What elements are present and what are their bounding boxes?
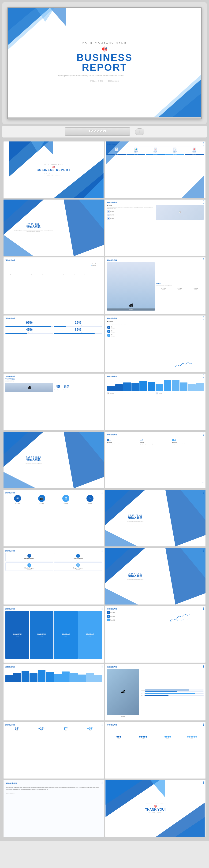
s17-col-2: 添加标题内容 内容描述 — [30, 611, 54, 659]
s15-item-1: ☁ Chapter Progress Synergistically — [5, 553, 53, 561]
slide-17-inner: 添加相关内容 添加标题内容 内容描述 添加标题内容 内容描述 添加标题内容 内容 — [3, 606, 104, 662]
s20-right: Series A Series B — [140, 669, 204, 717]
s4-content: 输入标题 Synergistically utilize technically… — [107, 205, 204, 220]
s24-brand: YOUR COMPANY NAME — [125, 803, 185, 805]
main-title: BUSINESS REPORT — [56, 53, 153, 72]
s16-part: PART TWO — [115, 572, 155, 574]
s18-items: ☁ 输入标题 ♦ 输入标题 ★ 输入标题 — [107, 611, 155, 624]
s12-dots — [203, 433, 204, 436]
s1-meta: 汇报人：千度图 时间 20XX.X — [24, 174, 84, 176]
s19-bars — [5, 669, 102, 682]
s18-line-chart — [156, 611, 204, 623]
s14-part: PART FOUR — [115, 514, 155, 516]
s21-t2: +25th 描述 — [30, 727, 53, 731]
slide-8: 添加相关内容 输入标题 Synergistically utilize tech… — [105, 315, 206, 372]
slide-row-10: 添加相关内容 — [3, 664, 206, 721]
s20-image: 🏙 — [107, 669, 139, 715]
slide-13-inner: 添加相关内容 ✉ 写入标题 📷 写入标题 🖼 写入标题 — [3, 490, 104, 547]
s8-items: ☁ 01输入标题内容 ♦ 02输入标题内容 ★ 03输入标题内容 — [107, 326, 204, 337]
slide-16: PART TWO 请输入标题 Synergistically utilize t… — [105, 548, 206, 605]
slide-3: PART ONE 请输入标题 Synergistically utilize t… — [3, 199, 104, 256]
toc-item-5: 🎯 标题文字 基础 PART FIVE — [185, 148, 204, 155]
slide-23-inner: 添加标题内容 Synergistically utilize technical… — [3, 780, 104, 837]
s9-image: 🏙 — [5, 383, 53, 392]
s19-dots — [102, 665, 102, 668]
s13-dots — [102, 491, 102, 494]
s5-chart: A B C D — [5, 262, 102, 276]
s3-desc: Synergistically utilize technically-soun… — [13, 229, 54, 232]
slide-3-inner: PART ONE 请输入标题 Synergistically utilize t… — [3, 199, 104, 256]
s20-h1: Series A — [140, 689, 204, 691]
s24-title: THANK YOU! — [125, 808, 185, 811]
s7-stat-3: 45% Actively marketing — [5, 328, 53, 334]
main-slide-content: YOUR COMPANY NAME 🎯 BUSINESS REPORT Syne… — [56, 42, 153, 83]
keyboard — [65, 127, 130, 135]
main-meta: 汇报人：千度图 时间 20XX.X — [56, 80, 153, 83]
s15-item-3: ★ Chapter Progress Synergistically — [5, 562, 53, 571]
s3-title: 请输入标题 — [13, 225, 54, 229]
s4-label: 添加相关内容 — [107, 202, 204, 204]
s11-content: PART THREE 请输入标题 Synergistically utilize… — [13, 456, 54, 464]
s8-label: 添加相关内容 — [107, 317, 204, 320]
s10-footer: 🏠 写入标题 ⚙ 写入标题 — [107, 392, 204, 395]
svg-marker-32 — [105, 530, 138, 547]
slide-4: 添加相关内容 输入标题 Synergistically utilize tech… — [105, 199, 206, 256]
s2-title: 目录/content — [107, 143, 204, 146]
slide-row-3: 添加相关内容 A B — [3, 257, 206, 314]
s15-grid: ☁ Chapter Progress Synergistically ♦ Cha… — [5, 553, 102, 571]
slide-1: YOUR COMPANY NAME 🎯 BUSINESS REPORT Syne… — [3, 141, 104, 198]
main-subtitle: Synergistically utilize technically-soun… — [56, 74, 126, 78]
slide-20-inner: 添加相关内容 🏙 输入标题 Series A — [105, 664, 206, 721]
s23-line: 添加文字描述内容...... — [6, 792, 101, 794]
s20-label: 添加相关内容 — [107, 666, 204, 668]
s24-meta: 汇报人：千度图 时间 20XX.X — [125, 812, 185, 813]
s21-t4: +25th 描述 — [79, 727, 102, 731]
slide-21-inner: 添加相关内容 15th 描述 +25th 描述 17th 描述 — [3, 722, 104, 778]
s9-num1: 48 Visual Expresses — [54, 384, 62, 391]
s24-time: 时间 20XX.X — [157, 812, 162, 813]
s6-dots — [203, 258, 204, 261]
s13-circle-2: 📷 写入标题 — [38, 495, 45, 504]
s13-circle-1: ✉ 写入标题 — [14, 495, 21, 504]
s12-item-1: 01 添加内容 Synergistically utilize technica… — [107, 437, 139, 444]
line-chart-svg — [163, 361, 204, 368]
page-wrapper: YOUR COMPANY NAME 🎯 BUSINESS REPORT Syne… — [0, 0, 209, 841]
svg-marker-27 — [3, 472, 36, 488]
main-slide: YOUR COMPANY NAME 🎯 BUSINESS REPORT Syne… — [8, 8, 201, 117]
s20-dots — [203, 665, 204, 668]
s18-label: 添加相关内容 — [107, 608, 204, 610]
s18-content: ☁ 输入标题 ♦ 输入标题 ★ 输入标题 — [107, 611, 204, 624]
s2-dots — [203, 143, 204, 146]
toc-item-3: 📈 标题文字 基础 PART THREE — [146, 148, 165, 155]
slide-24-inner: YOUR COMPANY NAME 🎯 THANK YOU! 汇报人：千度图 时… — [105, 780, 206, 837]
s10-dots — [203, 374, 204, 377]
slide-17: 添加相关内容 添加标题内容 内容描述 添加标题内容 内容描述 添加标题内容 内容 — [3, 606, 104, 663]
s6-label: 添加相关内容 — [107, 259, 204, 261]
slide-4-inner: 添加相关内容 输入标题 Synergistically utilize tech… — [105, 199, 206, 256]
s11-numbers-deco: 13 $ A # # — [99, 459, 101, 461]
s22-people: Group A Group B — [107, 727, 204, 739]
monitor-frame: YOUR COMPANY NAME 🎯 BUSINESS REPORT Syne… — [7, 7, 202, 119]
s21-time-items: 15th 描述 +25th 描述 17th 描述 +25th — [5, 727, 102, 731]
slide-15-inner: 添加相关内容 ☁ Chapter Progress Synergisticall… — [3, 548, 104, 604]
s1-dots — [102, 143, 102, 146]
s14-dots — [203, 491, 204, 494]
svg-marker-7 — [154, 74, 201, 117]
slide-19: 添加相关内容 — [3, 664, 104, 721]
slide-6-inner: 添加相关内容 🏙 城市图片 写入标题 Synergistically utili… — [105, 257, 206, 314]
s8-dots — [203, 316, 204, 319]
s20-h3: Series C — [140, 693, 204, 694]
s24-dots — [203, 781, 204, 784]
slide-15: 添加相关内容 ☁ Chapter Progress Synergisticall… — [3, 548, 104, 605]
s6-image: 🏙 城市图片 — [107, 262, 155, 311]
s1-time: 时间 20XX.X — [55, 174, 61, 176]
s24-reporter: 汇报人：千度图 — [149, 812, 155, 813]
s1-title: BUSINESS REPORT — [24, 168, 84, 172]
slide-11: PART THREE 请输入标题 Synergistically utilize… — [3, 431, 104, 489]
s18-dots — [203, 607, 204, 610]
svg-marker-40 — [150, 780, 165, 797]
s7-stat-4: 85% Actively marketing — [54, 328, 102, 334]
s22-g4: Group D — [180, 736, 204, 739]
s18-i2: ♦ 输入标题 — [107, 615, 155, 618]
s20-h4: Series D — [140, 695, 204, 696]
